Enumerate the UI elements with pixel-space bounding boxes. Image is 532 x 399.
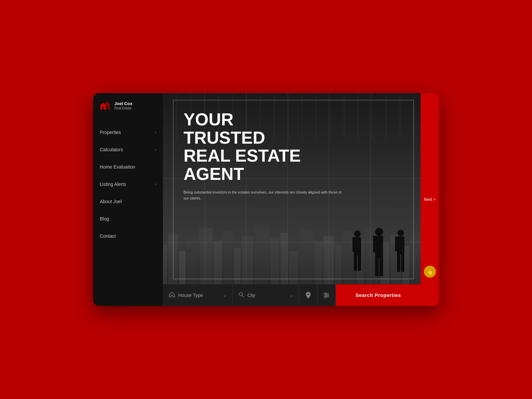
nav-menu: Properties › Calculators › Home Evaluati… (93, 120, 163, 306)
hero-title-line2: Trusted (184, 128, 265, 147)
red-panel: Next > 👆 (421, 93, 439, 306)
hero-title-line4: Agent (184, 164, 244, 184)
chevron-right-icon: › (155, 182, 156, 187)
hero-overlay: Your Trusted Real Estate Agent Being sub… (163, 93, 421, 306)
sidebar-item-contact[interactable]: Contact (93, 227, 163, 245)
sidebar-item-about-joel[interactable]: About Joel (93, 193, 163, 210)
sidebar-item-calculators[interactable]: Calculators › (93, 141, 163, 158)
location-button[interactable] (299, 284, 318, 306)
chevron-down-icon: ⌄ (290, 293, 293, 298)
sidebar-label-calculators: Calculators (100, 147, 123, 152)
svg-point-50 (325, 293, 327, 294)
hero-area: Your Trusted Real Estate Agent Being sub… (163, 93, 439, 306)
chevron-right-icon: › (155, 147, 156, 152)
cursor-icon: 👆 (424, 266, 436, 278)
main-content: Your Trusted Real Estate Agent Being sub… (163, 93, 439, 306)
svg-text:👆: 👆 (426, 268, 434, 275)
sidebar-label-blog: Blog (100, 216, 109, 221)
logo-name: Joel Cox (114, 101, 132, 106)
hero-title-line3: Real Estate (184, 146, 301, 165)
svg-point-52 (325, 296, 327, 298)
next-button[interactable]: Next > (424, 197, 436, 202)
city-dropdown[interactable]: City ⌄ (233, 284, 299, 306)
svg-rect-0 (105, 108, 110, 110)
sidebar: Joel Cox Real Estate Properties › Calcul… (93, 93, 163, 306)
device-frame: Joel Cox Real Estate Properties › Calcul… (93, 93, 439, 306)
chevron-down-icon: ⌄ (223, 293, 226, 298)
chevron-right-icon: › (155, 130, 156, 135)
hero-title: Your Trusted Real Estate Agent (184, 110, 403, 183)
sidebar-label-listing-alerts: Listing Alerts (100, 182, 126, 187)
house-type-label: House Type (178, 293, 220, 298)
search-icon (239, 292, 244, 299)
sidebar-label-properties: Properties (100, 130, 121, 135)
hero-subtitle: Being substantial investors in the estat… (184, 190, 343, 201)
sidebar-label-home-evaluation: Home Evaluation (100, 164, 135, 170)
sidebar-label-about-joel: About Joel (100, 199, 122, 204)
hero-title-line1: Your (184, 110, 233, 129)
hero-text-box: Your Trusted Real Estate Agent Being sub… (173, 100, 414, 279)
logo-area: Joel Cox Real Estate (93, 93, 163, 120)
logo-icon (99, 100, 112, 111)
sidebar-item-properties[interactable]: Properties › (93, 124, 163, 141)
sidebar-item-blog[interactable]: Blog (93, 210, 163, 227)
logo-text: Joel Cox Real Estate (114, 101, 132, 110)
search-bar: House Type ⌄ City ⌄ (163, 284, 421, 306)
city-label: City (247, 293, 286, 298)
sidebar-label-contact: Contact (100, 233, 116, 239)
logo-sub: Real Estate (114, 106, 132, 110)
svg-point-51 (327, 294, 329, 296)
search-properties-button[interactable]: Search Properties (336, 284, 421, 306)
home-icon (169, 292, 175, 299)
filter-button[interactable] (318, 284, 336, 306)
sidebar-item-listing-alerts[interactable]: Listing Alerts › (93, 176, 163, 193)
house-type-dropdown[interactable]: House Type ⌄ (163, 284, 233, 306)
sidebar-item-home-evaluation[interactable]: Home Evaluation (93, 158, 163, 176)
svg-line-46 (242, 295, 244, 297)
